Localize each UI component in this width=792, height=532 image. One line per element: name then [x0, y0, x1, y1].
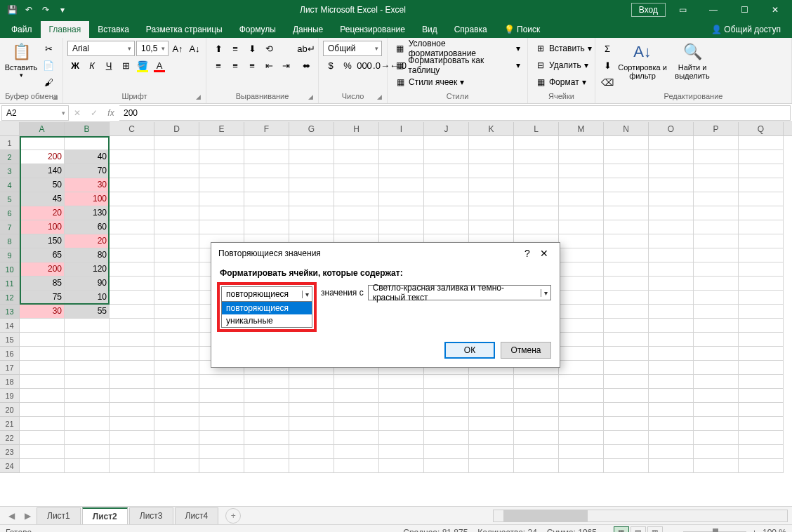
cell[interactable]: [154, 403, 199, 417]
ribbon-tab[interactable]: Формулы: [231, 21, 284, 38]
percent-icon[interactable]: %: [340, 58, 355, 73]
cell[interactable]: [514, 403, 559, 417]
cell[interactable]: [469, 206, 514, 220]
fx-icon[interactable]: fx: [103, 105, 119, 121]
insert-cells-button[interactable]: ⊞Вставить ▾: [532, 41, 595, 56]
cell[interactable]: [739, 136, 784, 150]
cell[interactable]: [739, 248, 784, 262]
cell[interactable]: [379, 403, 424, 417]
cell[interactable]: [379, 192, 424, 206]
cell[interactable]: [604, 262, 649, 277]
cell[interactable]: [649, 361, 694, 375]
cell[interactable]: [289, 220, 334, 234]
cell[interactable]: [154, 277, 199, 291]
cell[interactable]: [244, 206, 289, 220]
select-all-corner[interactable]: [0, 122, 20, 135]
page-layout-icon[interactable]: ▤: [631, 526, 646, 533]
wrap-text-icon[interactable]: ab↵: [296, 41, 316, 56]
cell[interactable]: [694, 248, 739, 262]
ribbon-tab[interactable]: Рецензирование: [331, 21, 414, 38]
cell[interactable]: [649, 248, 694, 262]
cell[interactable]: [379, 178, 424, 192]
row-header[interactable]: 24: [0, 459, 20, 473]
cell[interactable]: 70: [65, 164, 110, 178]
cell[interactable]: [199, 389, 244, 403]
row-header[interactable]: 14: [0, 319, 20, 333]
column-header[interactable]: G: [289, 122, 334, 135]
copy-icon[interactable]: 📄: [41, 58, 56, 73]
cell[interactable]: [379, 431, 424, 445]
cell[interactable]: 200: [20, 150, 65, 164]
cell[interactable]: [110, 220, 154, 234]
cell[interactable]: [469, 403, 514, 417]
cell[interactable]: [469, 445, 514, 459]
cell[interactable]: [739, 459, 784, 473]
cell[interactable]: [154, 361, 199, 375]
cell[interactable]: [20, 459, 65, 473]
cell[interactable]: [649, 445, 694, 459]
cell[interactable]: [199, 403, 244, 417]
cell[interactable]: [514, 459, 559, 473]
cell[interactable]: [334, 459, 379, 473]
cell[interactable]: [739, 291, 784, 305]
cell[interactable]: 50: [20, 178, 65, 192]
column-header[interactable]: I: [379, 122, 424, 135]
cell[interactable]: [559, 234, 604, 248]
cell[interactable]: [110, 319, 154, 333]
cell[interactable]: [289, 431, 334, 445]
qat-customize-icon[interactable]: ▾: [55, 2, 70, 18]
cell[interactable]: [604, 389, 649, 403]
cell[interactable]: [110, 206, 154, 220]
cell[interactable]: [244, 178, 289, 192]
cell[interactable]: [649, 164, 694, 178]
cell[interactable]: [604, 305, 649, 319]
cell[interactable]: [559, 220, 604, 234]
cell[interactable]: [379, 164, 424, 178]
cell[interactable]: [739, 164, 784, 178]
login-button[interactable]: Вход: [631, 3, 666, 17]
cell[interactable]: [559, 291, 604, 305]
cell[interactable]: 20: [65, 234, 110, 248]
cell[interactable]: 30: [65, 178, 110, 192]
cell[interactable]: [199, 220, 244, 234]
row-header[interactable]: 3: [0, 164, 20, 178]
cell[interactable]: [604, 234, 649, 248]
cell[interactable]: [604, 192, 649, 206]
cell[interactable]: [154, 417, 199, 431]
cell[interactable]: [694, 347, 739, 361]
cell[interactable]: [424, 164, 469, 178]
cell[interactable]: [289, 375, 334, 389]
row-header[interactable]: 9: [0, 248, 20, 262]
dialog-launcher-icon[interactable]: ◢: [53, 93, 61, 102]
align-middle-icon[interactable]: ≡: [227, 41, 243, 56]
cell[interactable]: [604, 150, 649, 164]
cell[interactable]: [110, 445, 154, 459]
cell[interactable]: [739, 375, 784, 389]
cell[interactable]: [424, 403, 469, 417]
cell[interactable]: [424, 150, 469, 164]
increase-font-icon[interactable]: A↑: [170, 41, 185, 56]
cell[interactable]: [379, 375, 424, 389]
sheet-tab[interactable]: Лист3: [129, 507, 173, 524]
cell[interactable]: [604, 459, 649, 473]
cell[interactable]: [604, 164, 649, 178]
cell[interactable]: [154, 389, 199, 403]
sort-filter-button[interactable]: A↓ Сортировка и фильтр: [618, 41, 667, 80]
cell[interactable]: [154, 150, 199, 164]
cell[interactable]: [65, 136, 110, 150]
cell[interactable]: [559, 403, 604, 417]
cell[interactable]: [739, 150, 784, 164]
sheet-nav-next-icon[interactable]: ▶: [20, 511, 35, 521]
cell[interactable]: [65, 389, 110, 403]
sheet-tab[interactable]: Лист1: [37, 507, 81, 524]
cell[interactable]: [424, 178, 469, 192]
cell[interactable]: 85: [20, 277, 65, 291]
cell[interactable]: [334, 417, 379, 431]
formula-input[interactable]: 200: [119, 105, 791, 121]
column-header[interactable]: H: [334, 122, 379, 135]
cell[interactable]: [739, 319, 784, 333]
cell[interactable]: [604, 431, 649, 445]
merge-icon[interactable]: ⬌: [296, 58, 316, 73]
cell[interactable]: [694, 333, 739, 347]
cell[interactable]: [604, 375, 649, 389]
